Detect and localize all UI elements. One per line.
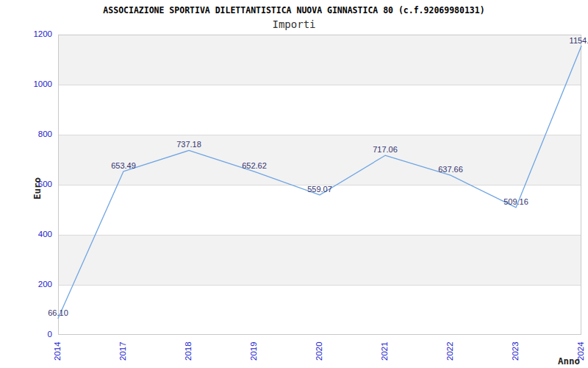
chart-canvas: ASSOCIAZIONE SPORTIVA DILETTANTISTICA NU… bbox=[0, 0, 588, 368]
x-tick-label: 2014 bbox=[53, 339, 63, 364]
y-axis-title: Euro bbox=[32, 175, 43, 202]
x-tick-label: 2019 bbox=[249, 339, 259, 364]
x-tick-label: 2021 bbox=[380, 339, 390, 364]
data-point-label: 737.18 bbox=[176, 140, 201, 149]
chart-title: ASSOCIAZIONE SPORTIVA DILETTANTISTICA NU… bbox=[0, 5, 588, 15]
y-tick-label: 600 bbox=[0, 180, 52, 189]
y-tick-label: 1000 bbox=[0, 79, 52, 89]
x-axis-title: Anno bbox=[558, 355, 580, 367]
y-tick-label: 200 bbox=[0, 280, 52, 289]
data-point-label: 1154.3 bbox=[570, 36, 588, 46]
x-tick-label: 2023 bbox=[511, 339, 521, 364]
y-tick-label: 1200 bbox=[0, 29, 52, 39]
data-point-label: 653.49 bbox=[111, 161, 136, 171]
chart-subtitle: Importi bbox=[0, 18, 588, 30]
x-tick-label: 2020 bbox=[315, 339, 325, 364]
y-tick-label: 800 bbox=[0, 130, 52, 139]
x-tick-label: 2018 bbox=[184, 339, 194, 364]
data-point-label: 509.16 bbox=[503, 197, 528, 207]
data-point-label: 559.07 bbox=[307, 185, 332, 194]
y-tick-label: 400 bbox=[0, 230, 52, 239]
y-tick-label: 0 bbox=[0, 330, 52, 339]
x-tick-label: 2017 bbox=[118, 339, 129, 364]
data-point-label: 66.10 bbox=[48, 308, 68, 318]
data-point-label: 717.06 bbox=[373, 145, 398, 155]
data-point-label: 637.66 bbox=[438, 165, 463, 174]
importi-line bbox=[58, 46, 581, 319]
data-point-label: 652.62 bbox=[242, 161, 267, 171]
x-tick-label: 2022 bbox=[445, 339, 456, 364]
